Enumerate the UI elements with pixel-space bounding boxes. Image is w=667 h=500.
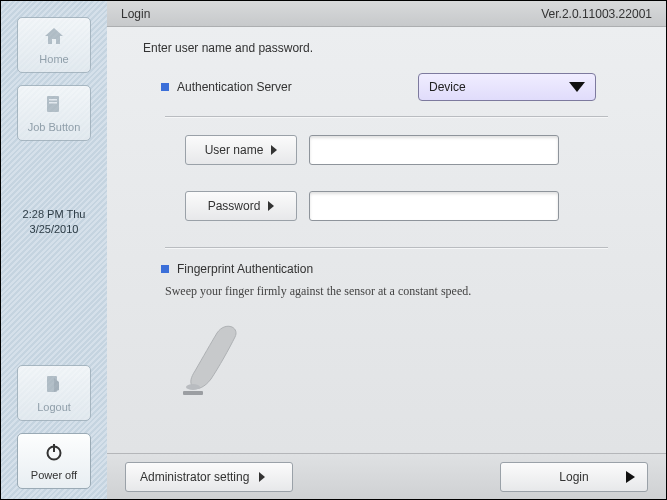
password-button[interactable]: Password — [185, 191, 297, 221]
page-title: Login — [121, 7, 150, 21]
content: Enter user name and password. Authentica… — [107, 27, 666, 453]
bullet-icon — [161, 265, 169, 273]
username-input[interactable] — [309, 135, 559, 165]
admin-label: Administrator setting — [140, 470, 249, 484]
time-text: 2:28 PM Thu — [23, 207, 86, 222]
job-icon — [44, 94, 64, 119]
auth-server-value: Device — [429, 80, 466, 94]
auth-server-dropdown[interactable]: Device — [418, 73, 596, 101]
home-icon — [43, 26, 65, 51]
username-row: User name — [185, 135, 636, 165]
divider — [165, 116, 608, 117]
chevron-right-icon — [268, 201, 274, 211]
password-input[interactable] — [309, 191, 559, 221]
home-button[interactable]: Home — [17, 17, 91, 73]
svg-point-6 — [186, 384, 200, 390]
admin-setting-button[interactable]: Administrator setting — [125, 462, 293, 492]
poweroff-button[interactable]: Power off — [17, 433, 91, 489]
auth-server-row: Authentication Server Device — [137, 73, 636, 101]
job-label: Job Button — [28, 121, 81, 133]
fingerprint-hint: Sweep your finger firmly against the sen… — [165, 284, 636, 299]
fingerprint-graphic — [177, 321, 247, 391]
play-icon — [626, 471, 635, 483]
main-area: Login Ver.2.0.11003.22001 Enter user nam… — [107, 1, 666, 499]
svg-rect-2 — [49, 102, 57, 104]
auth-server-heading: Authentication Server — [161, 80, 418, 94]
logout-label: Logout — [37, 401, 71, 413]
chevron-right-icon — [259, 472, 265, 482]
chevron-right-icon — [271, 145, 277, 155]
login-label: Login — [559, 470, 588, 484]
version-text: Ver.2.0.11003.22001 — [541, 7, 652, 21]
job-button[interactable]: Job Button — [17, 85, 91, 141]
fingerprint-heading: Fingerprint Authentication — [161, 262, 636, 276]
logout-icon — [44, 374, 64, 399]
bullet-icon — [161, 83, 169, 91]
username-button[interactable]: User name — [185, 135, 297, 165]
svg-rect-1 — [49, 99, 57, 101]
fingerprint-label: Fingerprint Authentication — [177, 262, 313, 276]
login-button[interactable]: Login — [500, 462, 648, 492]
password-row: Password — [185, 191, 636, 221]
poweroff-label: Power off — [31, 469, 77, 481]
power-icon — [44, 442, 64, 467]
logout-button[interactable]: Logout — [17, 365, 91, 421]
chevron-down-icon — [569, 82, 585, 92]
footer: Administrator setting Login — [107, 453, 666, 499]
svg-rect-0 — [47, 96, 59, 112]
svg-rect-5 — [53, 444, 55, 452]
auth-server-label: Authentication Server — [177, 80, 292, 94]
divider — [165, 247, 608, 248]
svg-rect-7 — [183, 391, 203, 395]
home-label: Home — [39, 53, 68, 65]
sidebar: Home Job Button 2:28 PM Thu 3/25/2010 Lo… — [1, 1, 107, 499]
date-text: 3/25/2010 — [23, 222, 86, 237]
password-label: Password — [208, 199, 261, 213]
datetime: 2:28 PM Thu 3/25/2010 — [23, 207, 86, 238]
username-label: User name — [205, 143, 264, 157]
app-frame: Home Job Button 2:28 PM Thu 3/25/2010 Lo… — [0, 0, 667, 500]
titlebar: Login Ver.2.0.11003.22001 — [107, 1, 666, 27]
instruction-text: Enter user name and password. — [143, 41, 636, 55]
